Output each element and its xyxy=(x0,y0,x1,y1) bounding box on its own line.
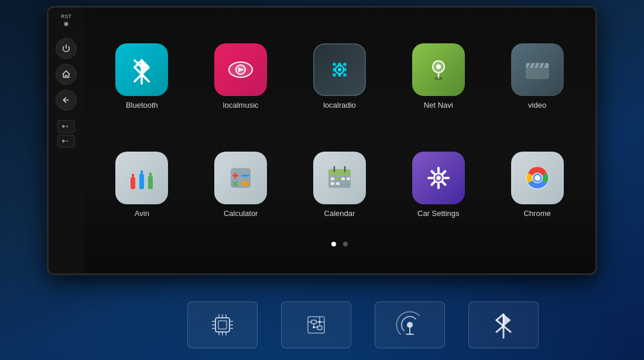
feature-gps[interactable] xyxy=(375,301,445,348)
localmusic-label: localmusic xyxy=(223,101,259,109)
video-label: video xyxy=(528,101,546,109)
feature-bluetooth[interactable] xyxy=(468,301,539,348)
svg-rect-28 xyxy=(131,177,135,189)
localradio-icon-bg xyxy=(313,43,366,96)
home-button[interactable] xyxy=(56,64,77,85)
page-dot-1[interactable] xyxy=(331,242,336,246)
svg-point-20 xyxy=(436,64,441,69)
svg-line-60 xyxy=(443,172,445,174)
svg-point-14 xyxy=(333,73,336,77)
feature-processor[interactable] xyxy=(187,301,258,348)
bluetooth-feature-icon xyxy=(488,310,519,340)
rst-dot[interactable] xyxy=(64,22,68,26)
rst-label: RST xyxy=(61,13,71,19)
localradio-label: localradio xyxy=(323,101,356,109)
app-calculator[interactable]: Calculator xyxy=(203,152,279,218)
svg-rect-80 xyxy=(308,317,324,333)
svg-point-86 xyxy=(318,321,321,323)
svg-rect-29 xyxy=(132,174,134,177)
svg-point-53 xyxy=(436,176,440,180)
calculator-label: Calculator xyxy=(224,209,258,218)
app-video[interactable]: video xyxy=(499,43,576,109)
video-icon-bg xyxy=(511,43,564,96)
app-grid: Bluetooth localmusic xyxy=(95,25,584,236)
svg-line-61 xyxy=(431,182,434,184)
svg-point-21 xyxy=(434,77,443,80)
app-netnavi[interactable]: Net Navi xyxy=(400,43,477,109)
feature-circuit[interactable] xyxy=(281,301,351,348)
volume-down-button[interactable] xyxy=(57,135,75,148)
svg-point-87 xyxy=(313,326,315,328)
main-screen: Bluetooth localmusic xyxy=(84,8,595,273)
circuit-icon xyxy=(301,310,331,340)
netnavi-icon-bg xyxy=(412,43,465,96)
svg-marker-0 xyxy=(63,125,66,128)
svg-rect-48 xyxy=(331,182,334,185)
side-panel: RST xyxy=(49,8,84,273)
calendar-label: Calendar xyxy=(324,209,355,218)
calculator-icon-bg xyxy=(214,152,267,204)
calendar-icon-bg xyxy=(313,152,366,204)
page-dot-2[interactable] xyxy=(343,242,348,246)
svg-rect-45 xyxy=(336,177,340,180)
app-chrome[interactable]: Chrome xyxy=(499,152,576,218)
svg-point-88 xyxy=(407,322,413,328)
app-carsettings[interactable]: Car Settings xyxy=(400,152,477,218)
gps-icon xyxy=(395,310,425,340)
volume-up-button[interactable] xyxy=(57,120,75,133)
back-button[interactable] xyxy=(56,90,77,111)
app-localradio[interactable]: localradio xyxy=(302,43,378,109)
avin-label: Avin xyxy=(135,209,149,218)
svg-point-65 xyxy=(535,175,540,181)
svg-rect-49 xyxy=(336,182,340,185)
svg-point-16 xyxy=(343,73,347,77)
chrome-label: Chrome xyxy=(523,209,550,218)
svg-line-59 xyxy=(443,182,445,184)
svg-point-18 xyxy=(338,68,341,71)
app-calendar[interactable]: Calendar xyxy=(302,152,378,218)
app-bluetooth[interactable]: Bluetooth xyxy=(104,43,180,109)
svg-rect-82 xyxy=(317,326,322,330)
head-unit-frame: RST xyxy=(47,6,597,275)
app-avin[interactable]: Avin xyxy=(104,152,180,218)
svg-rect-30 xyxy=(139,174,144,189)
carsettings-label: Car Settings xyxy=(417,209,460,218)
svg-point-8 xyxy=(333,63,336,66)
page-dots xyxy=(95,242,584,246)
svg-rect-31 xyxy=(141,170,143,174)
power-button[interactable] xyxy=(56,38,77,59)
bluetooth-label: Bluetooth xyxy=(126,101,158,109)
svg-rect-32 xyxy=(148,176,153,189)
svg-rect-66 xyxy=(215,318,229,332)
bluetooth-icon xyxy=(115,43,168,96)
svg-rect-43 xyxy=(328,169,351,175)
chrome-icon-bg xyxy=(511,152,564,204)
app-localmusic[interactable]: localmusic xyxy=(203,43,279,109)
svg-line-58 xyxy=(431,172,434,174)
feature-bar xyxy=(82,301,644,348)
avin-icon-bg xyxy=(115,152,168,204)
processor-icon xyxy=(207,310,238,340)
svg-rect-33 xyxy=(149,173,152,176)
carsettings-icon-bg xyxy=(412,152,465,204)
svg-point-10 xyxy=(343,63,347,66)
svg-rect-46 xyxy=(341,177,345,180)
svg-rect-67 xyxy=(218,321,227,329)
svg-rect-44 xyxy=(331,177,334,180)
svg-marker-3 xyxy=(63,139,66,143)
svg-rect-81 xyxy=(311,320,316,324)
netnavi-label: Net Navi xyxy=(424,101,453,109)
svg-rect-47 xyxy=(347,177,350,180)
localmusic-icon-bg xyxy=(214,43,267,96)
